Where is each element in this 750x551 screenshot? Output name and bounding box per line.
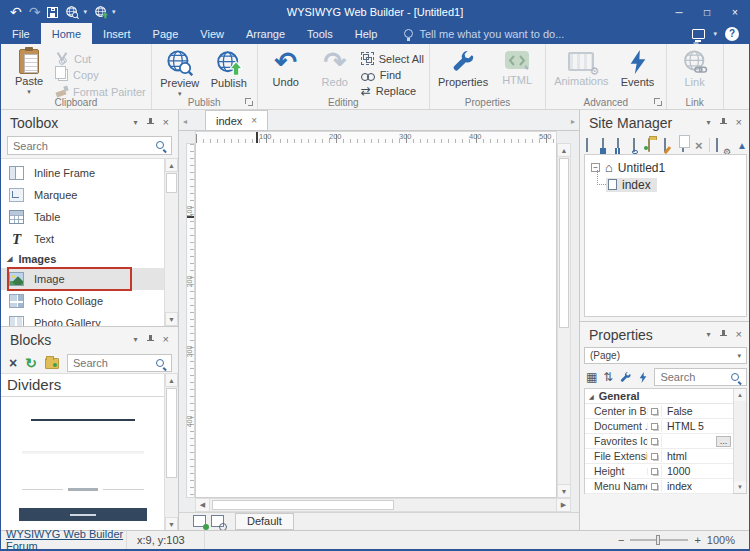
style-tab-default[interactable]: Default	[235, 513, 294, 530]
toolbox-item-table[interactable]: Table	[1, 206, 164, 228]
preview-icon[interactable]	[65, 5, 79, 19]
tab-home[interactable]: Home	[41, 23, 92, 44]
scroll-down-icon[interactable]: ▼	[558, 484, 570, 497]
clone-page-icon[interactable]	[633, 139, 645, 152]
copy-page-icon[interactable]	[679, 139, 691, 152]
properties-pin-icon[interactable]	[719, 330, 728, 340]
divider-block-faint[interactable]	[22, 451, 144, 454]
copy-button[interactable]: Copy	[55, 69, 146, 81]
page-properties-icon[interactable]: ⚙	[716, 139, 728, 152]
toolbox-item-photo-collage[interactable]: Photo Collage	[1, 290, 164, 312]
property-row-height[interactable]: Height 1000	[585, 464, 733, 479]
tab-close-icon[interactable]: ×	[251, 115, 257, 126]
scroll-up-icon[interactable]: ▲	[558, 144, 570, 157]
publish-button[interactable]: Publish	[206, 47, 252, 96]
tab-scroll-right-icon[interactable]: ▸	[567, 117, 579, 130]
site-manager-menu-icon[interactable]: ▾	[707, 119, 711, 127]
categorized-view-icon[interactable]: ▦	[586, 371, 597, 383]
scroll-right-icon[interactable]: ▶	[556, 499, 570, 511]
edit-page-icon[interactable]	[664, 139, 676, 152]
blocks-clear-icon[interactable]: ×	[9, 356, 17, 370]
minimize-button[interactable]: ─	[665, 1, 693, 23]
scroll-down-icon[interactable]: ▼	[734, 481, 746, 493]
property-row-file-extension[interactable]: File Extensi... html	[585, 449, 733, 464]
tab-help[interactable]: Help	[344, 23, 389, 44]
save-icon[interactable]	[47, 7, 58, 18]
properties-wrench-icon[interactable]	[619, 371, 632, 384]
cut-button[interactable]: Cut	[55, 52, 146, 65]
tellme-box[interactable]: Tell me what you want to do...	[404, 28, 564, 40]
properties-close-icon[interactable]: ×	[736, 329, 742, 340]
link-button[interactable]: Link	[672, 47, 718, 96]
publish-icon[interactable]	[94, 5, 108, 19]
style-settings-icon[interactable]	[211, 515, 224, 527]
preview-dropdown-icon[interactable]: ▾	[83, 8, 87, 16]
maximize-button[interactable]: □	[693, 1, 721, 23]
object-selector[interactable]: (Page) ▾	[584, 347, 747, 364]
canvas-horizontal-scrollbar[interactable]: ◀ ▶	[195, 498, 571, 512]
property-row-menu-name[interactable]: Menu Name index	[585, 479, 733, 494]
delete-page-icon[interactable]: ×	[695, 139, 703, 152]
toolbox-search-input[interactable]	[8, 137, 171, 154]
new-folder-icon[interactable]	[648, 139, 660, 152]
undo-icon[interactable]: ↶	[10, 5, 22, 19]
refresh-icon[interactable]: ↻	[25, 356, 37, 370]
scroll-down-icon[interactable]: ▼	[165, 312, 178, 326]
property-row-center-in-browser[interactable]: Center in B... False	[585, 404, 733, 419]
document-tab-index[interactable]: index ×	[205, 110, 268, 130]
tree-node-page-index[interactable]: index	[606, 176, 746, 193]
toolbox-item-image[interactable]: Image	[1, 268, 164, 290]
properties-scrollbar[interactable]: ▲ ▼	[733, 389, 746, 493]
page-template-icon[interactable]	[617, 139, 629, 152]
blocks-scrollbar[interactable]: ▲ ▼	[164, 373, 178, 531]
tab-view[interactable]: View	[189, 23, 235, 44]
animations-button[interactable]: ⚙ Animations	[551, 47, 611, 96]
property-row-document-type[interactable]: Document ... HTML 5	[585, 419, 733, 434]
paste-button[interactable]: Paste ▾	[6, 47, 52, 96]
tab-scroll-left-icon[interactable]: ◂	[179, 117, 191, 130]
tab-insert[interactable]: Insert	[92, 23, 142, 44]
tab-tools[interactable]: Tools	[296, 23, 344, 44]
toolbox-item-inline-frame[interactable]: Inline Frame	[1, 162, 164, 184]
blocks-section-dividers[interactable]: Dividers	[1, 374, 164, 397]
divider-block-bar[interactable]	[19, 508, 147, 521]
add-style-icon[interactable]	[193, 515, 206, 527]
scroll-down-icon[interactable]: ▼	[165, 517, 178, 531]
tab-page[interactable]: Page	[142, 23, 190, 44]
scroll-up-icon[interactable]: ▲	[734, 389, 746, 401]
toolbox-item-text[interactable]: T Text	[1, 228, 164, 250]
properties-section-general[interactable]: ◢ General	[585, 389, 733, 404]
scroll-up-icon[interactable]: ▲	[165, 158, 178, 172]
redo-button[interactable]: ↷ Redo	[312, 47, 358, 96]
display-mode-icon[interactable]	[692, 29, 705, 39]
close-button[interactable]: ×	[721, 1, 749, 23]
toolbox-item-marquee[interactable]: Marquee	[1, 184, 164, 206]
toolbox-pin-icon[interactable]	[146, 118, 155, 128]
properties-button[interactable]: Properties	[435, 47, 491, 96]
preview-button[interactable]: Preview ▾	[157, 47, 203, 96]
move-up-icon[interactable]: ▲	[737, 140, 747, 151]
redo-icon[interactable]: ↷	[29, 5, 41, 19]
folder-icon[interactable]	[45, 358, 59, 369]
qat-customize-icon[interactable]: ▾	[112, 8, 116, 16]
site-manager-pin-icon[interactable]	[719, 118, 728, 128]
toolbox-scrollbar[interactable]: ▲ ▼	[164, 158, 178, 326]
blocks-pin-icon[interactable]	[146, 335, 155, 345]
search-icon[interactable]	[731, 373, 742, 384]
zoom-in-icon[interactable]: +	[694, 534, 700, 546]
toolbox-section-images[interactable]: ◢ Images	[1, 250, 164, 268]
toolbox-close-icon[interactable]: ×	[163, 117, 169, 128]
undo-button[interactable]: ↶ Undo	[263, 47, 309, 96]
find-button[interactable]: Find	[361, 69, 424, 81]
toolbox-menu-icon[interactable]: ▾	[134, 119, 138, 127]
new-html-page-icon[interactable]	[602, 139, 614, 152]
help-icon[interactable]: ?	[725, 27, 739, 41]
scroll-left-icon[interactable]: ◀	[196, 499, 210, 511]
blocks-close-icon[interactable]: ×	[163, 334, 169, 345]
search-icon[interactable]	[156, 141, 167, 152]
search-icon[interactable]	[156, 359, 167, 370]
blocks-menu-icon[interactable]: ▾	[134, 336, 138, 344]
select-all-button[interactable]: Select All	[361, 52, 424, 65]
property-row-favorites-icon[interactable]: Favorites Ic... ...	[585, 434, 733, 449]
tab-file[interactable]: File	[1, 23, 41, 44]
